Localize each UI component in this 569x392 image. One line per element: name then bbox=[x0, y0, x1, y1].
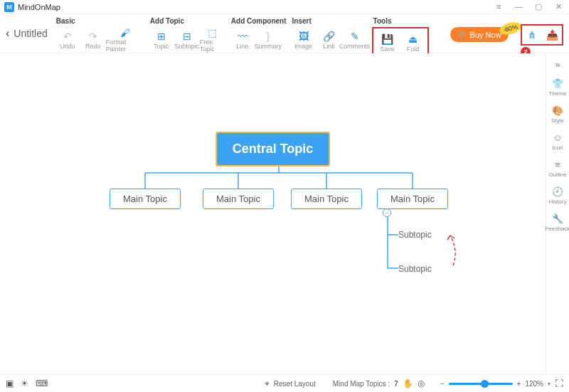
keyboard-icon[interactable]: ⌨ bbox=[36, 378, 48, 388]
topics-count: 7 bbox=[394, 380, 398, 388]
comments-button[interactable]: ✎Comments bbox=[342, 27, 368, 53]
rail-outline[interactable]: ≡Outline bbox=[548, 159, 566, 178]
canvas[interactable]: Central Topic Main Topic Main Topic Main… bbox=[0, 53, 546, 374]
link-icon: 🔗 bbox=[323, 30, 335, 43]
topic-icon: ⊞ bbox=[157, 30, 166, 43]
comment-icon: ✎ bbox=[351, 30, 359, 43]
close-button[interactable]: ✕ bbox=[552, 2, 565, 11]
zoom-value: 120% bbox=[525, 380, 543, 388]
zoom-slider[interactable] bbox=[449, 383, 513, 385]
main-topic-node[interactable]: Main Topic bbox=[110, 189, 181, 209]
group-basic-label: Basic bbox=[55, 17, 144, 27]
zoom-dropdown-icon[interactable]: ▾ bbox=[548, 381, 551, 387]
zoom-out-button[interactable]: − bbox=[440, 380, 445, 388]
save-button[interactable]: 💾Save bbox=[375, 30, 400, 55]
line-button[interactable]: 〰Line bbox=[230, 27, 255, 53]
topic-button[interactable]: ⊞Topic bbox=[149, 27, 174, 53]
free-topic-button[interactable]: ⬚Free Topic bbox=[200, 27, 225, 53]
group-tools-label: Tools bbox=[372, 17, 429, 27]
group-add-component-label: Add Component bbox=[230, 17, 287, 27]
sidebar-collapse-toggle[interactable]: » bbox=[555, 59, 560, 70]
list-icon: ≡ bbox=[555, 159, 560, 170]
buy-now-button[interactable]: 🛒 Buy Now -60% bbox=[450, 27, 509, 42]
fold-button[interactable]: ⏏Fold bbox=[400, 30, 426, 55]
fold-icon: ⏏ bbox=[408, 33, 418, 46]
redo-button[interactable]: ↷Redo bbox=[80, 27, 106, 53]
discount-badge: -60% bbox=[498, 20, 522, 36]
image-button[interactable]: 🖼Image bbox=[291, 27, 317, 53]
fullscreen-icon[interactable]: ⛶ bbox=[555, 378, 563, 388]
minimize-button[interactable]: — bbox=[512, 2, 525, 11]
collapse-node-icon[interactable]: − bbox=[383, 208, 391, 217]
brightness-icon[interactable]: ☀ bbox=[21, 378, 28, 388]
share-button[interactable]: ⋔ bbox=[525, 28, 539, 42]
rail-icon[interactable]: ☺Icon bbox=[552, 132, 563, 151]
cart-icon: 🛒 bbox=[457, 30, 467, 39]
export-button[interactable]: 📤 bbox=[545, 28, 559, 42]
paintbrush-icon: 🖌 bbox=[120, 27, 130, 38]
subtopic-icon: ⊟ bbox=[183, 30, 191, 43]
format-painter-button[interactable]: 🖌Format Painter bbox=[106, 27, 144, 53]
document-title[interactable]: Untitled bbox=[14, 28, 47, 39]
topics-count-label: Mind Map Topics : bbox=[333, 380, 390, 388]
subtopic-node[interactable]: Subtopic bbox=[398, 230, 432, 240]
group-insert-label: Insert bbox=[291, 17, 368, 27]
maximize-button[interactable]: ▢ bbox=[532, 2, 545, 11]
main-topic-node[interactable]: Main Topic bbox=[203, 189, 274, 209]
group-add-topic-label: Add Topic bbox=[149, 17, 225, 27]
pan-icon[interactable]: ✋ bbox=[403, 378, 413, 388]
center-icon[interactable]: ◎ bbox=[418, 378, 425, 388]
app-title: MindOnMap bbox=[18, 3, 60, 11]
summary-icon: } bbox=[266, 30, 270, 43]
app-logo: M bbox=[4, 2, 14, 12]
reset-layout-label[interactable]: Reset Layout bbox=[274, 380, 316, 388]
subtopic-button[interactable]: ⊟Subtopic bbox=[174, 27, 200, 53]
menu-icon[interactable]: ≡ bbox=[492, 2, 505, 11]
palette-icon: 🎨 bbox=[552, 105, 563, 116]
image-icon: 🖼 bbox=[299, 30, 309, 43]
free-topic-icon: ⬚ bbox=[208, 27, 217, 38]
back-icon[interactable]: ‹ bbox=[6, 27, 9, 40]
rail-history[interactable]: 🕘History bbox=[549, 186, 567, 205]
rail-feedback[interactable]: 🔧Feedback bbox=[545, 213, 569, 232]
main-topic-node[interactable]: Main Topic bbox=[291, 189, 362, 209]
smiley-icon: ☺ bbox=[553, 132, 562, 143]
zoom-in-button[interactable]: + bbox=[517, 380, 521, 388]
link-button[interactable]: 🔗Link bbox=[317, 27, 342, 53]
summary-button[interactable]: }Summary bbox=[255, 27, 281, 53]
subtopic-node[interactable]: Subtopic bbox=[398, 264, 432, 274]
central-topic-node[interactable]: Central Topic bbox=[216, 132, 331, 166]
export-icon: 📤 bbox=[546, 29, 558, 41]
annotation-arrow bbox=[445, 231, 462, 267]
rail-theme[interactable]: 👕Theme bbox=[549, 78, 567, 97]
clock-icon: 🕘 bbox=[552, 186, 563, 197]
presentation-icon[interactable]: ▣ bbox=[6, 378, 14, 388]
share-icon: ⋔ bbox=[528, 29, 536, 41]
line-icon: 〰 bbox=[238, 30, 248, 43]
undo-button[interactable]: ↶Undo bbox=[55, 27, 80, 53]
wrench-icon: 🔧 bbox=[552, 213, 563, 224]
main-topic-node[interactable]: Main Topic bbox=[377, 189, 448, 209]
reset-layout-icon[interactable]: ⌖ bbox=[265, 378, 270, 388]
save-icon: 💾 bbox=[381, 33, 393, 46]
shirt-icon: 👕 bbox=[552, 78, 563, 89]
rail-style[interactable]: 🎨Style bbox=[551, 105, 564, 124]
